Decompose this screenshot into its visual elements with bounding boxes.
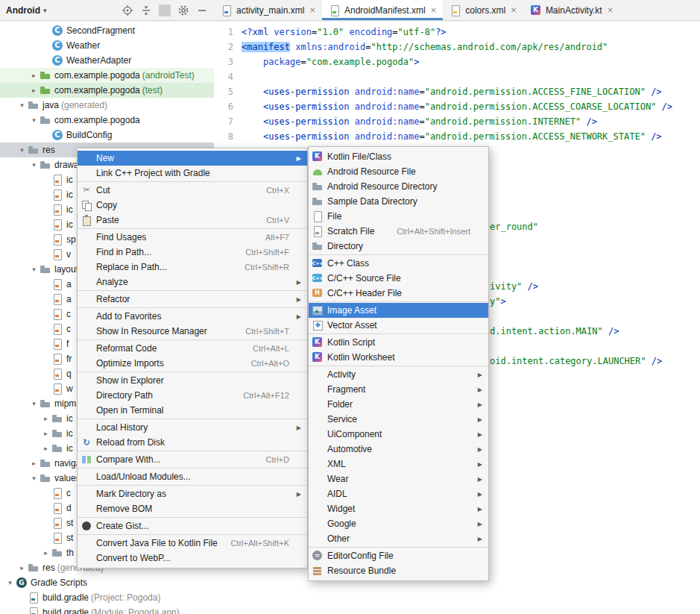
menu-item-resource-bundle[interactable]: Resource Bundle: [309, 563, 488, 578]
menu-item-c-c-source-file[interactable]: C/C++ Source File: [309, 271, 488, 286]
tree-open-arrow-icon[interactable]: ▾: [28, 474, 40, 482]
locate-icon[interactable]: [122, 4, 133, 16]
tree-item-secondfragment[interactable]: SecondFragment: [0, 23, 214, 38]
menu-item-directory[interactable]: Directory: [309, 239, 488, 254]
menu-item-fragment[interactable]: Fragment▶: [309, 382, 488, 397]
menu-item-xml[interactable]: XML▶: [309, 457, 488, 472]
menu-item-c-c-header-file[interactable]: C/C++ Header File: [309, 286, 488, 301]
menu-item-c-class[interactable]: C++ Class: [309, 256, 488, 271]
menu-item-activity[interactable]: Activity▶: [309, 367, 488, 382]
collapse-all-icon[interactable]: [140, 4, 152, 16]
project-view-selector[interactable]: Android: [6, 5, 40, 16]
menu-item-copy[interactable]: Copy: [78, 198, 307, 213]
tab-close-icon[interactable]: ×: [608, 5, 614, 15]
tree-open-arrow-icon[interactable]: ▾: [28, 400, 40, 407]
xml-file-icon: [51, 502, 63, 514]
menu-item-refactor[interactable]: Refactor▶: [78, 292, 307, 307]
menu-item-reformat-code[interactable]: Reformat CodeCtrl+Alt+L: [78, 341, 307, 356]
menu-item-replace-in-path[interactable]: Replace in Path...Ctrl+Shift+R: [78, 260, 307, 275]
menu-icon-spacer: [312, 503, 324, 515]
hide-panel-icon[interactable]: [196, 4, 208, 16]
menu-item-android-resource-directory[interactable]: Android Resource Directory: [309, 179, 488, 194]
tree-item-gradle-scripts[interactable]: ▾Gradle Scripts: [0, 575, 214, 590]
tree-open-arrow-icon[interactable]: ▾: [28, 266, 40, 273]
tree-closed-arrow-icon[interactable]: ▸: [40, 430, 51, 437]
menu-item-convert-java-file-to-kotlin-file[interactable]: Convert Java File to Kotlin FileCtrl+Alt…: [78, 536, 307, 551]
menu-item-remove-bom[interactable]: Remove BOM: [78, 501, 307, 516]
tab-close-icon[interactable]: ×: [309, 5, 315, 15]
menu-item-kotlin-script[interactable]: Kotlin Script: [309, 335, 488, 350]
menu-item-wear[interactable]: Wear▶: [309, 472, 488, 486]
menu-item-directory-path[interactable]: Directory PathCtrl+Alt+F12: [78, 388, 307, 403]
menu-item-kotlin-file-class[interactable]: Kotlin File/Class: [309, 149, 488, 164]
tree-item-weather[interactable]: Weather: [0, 38, 214, 53]
tree-closed-arrow-icon[interactable]: ▸: [28, 460, 40, 467]
menu-item-android-resource-file[interactable]: Android Resource File: [309, 164, 488, 179]
menu-item-show-in-resource-manager[interactable]: Show In Resource ManagerCtrl+Shift+T: [78, 324, 307, 339]
menu-item-analyze[interactable]: Analyze▶: [78, 275, 307, 289]
menu-item-local-history[interactable]: Local History▶: [78, 420, 307, 435]
code-fragment: er_round": [490, 219, 538, 234]
tree-closed-arrow-icon[interactable]: ▸: [40, 445, 51, 452]
menu-item-uicomponent[interactable]: UiComponent▶: [309, 427, 488, 442]
menu-item-scratch-file[interactable]: Scratch FileCtrl+Alt+Shift+Insert: [309, 224, 488, 239]
menu-icon-spacer: [312, 518, 324, 530]
menu-item-vector-asset[interactable]: Vector Asset: [309, 318, 488, 333]
menu-item-paste[interactable]: PasteCtrl+V: [78, 213, 307, 228]
tree-item-com-example-pogoda-androidtest[interactable]: ▸com.example.pogoda (androidTest): [0, 68, 214, 83]
tab-activity-main-xml[interactable]: activity_main.xml×: [214, 0, 322, 20]
menu-item-create-gist[interactable]: Create Gist...: [78, 519, 307, 533]
settings-gear-icon[interactable]: [177, 4, 189, 16]
tab-close-icon[interactable]: ×: [511, 5, 517, 15]
menu-item-automotive[interactable]: Automotive▶: [309, 442, 488, 457]
menu-icon-spacer: [81, 404, 92, 416]
tree-closed-arrow-icon[interactable]: ▸: [40, 415, 51, 422]
tree-open-arrow-icon[interactable]: ▾: [4, 579, 16, 586]
tree-closed-arrow-icon[interactable]: ▸: [28, 87, 40, 94]
menu-item-open-in-terminal[interactable]: Open in Terminal: [78, 403, 307, 418]
tree-open-arrow-icon[interactable]: ▾: [16, 101, 28, 109]
tree-item-com-example-pogoda-test[interactable]: ▸com.example.pogoda (test): [0, 83, 214, 98]
tree-open-arrow-icon[interactable]: ▾: [16, 146, 28, 154]
menu-item-image-asset[interactable]: Image Asset: [309, 303, 488, 318]
tab-androidmanifest-xml[interactable]: AndroidManifest.xml×: [322, 0, 443, 20]
menu-item-new[interactable]: New▶: [78, 151, 307, 166]
menu-item-sample-data-directory[interactable]: Sample Data Directory: [309, 194, 488, 209]
tree-item-weatheradapter[interactable]: WeatherAdapter: [0, 53, 214, 68]
menu-item-cut[interactable]: CutCtrl+X: [78, 183, 307, 198]
menu-item-widget[interactable]: Widget▶: [309, 501, 488, 516]
menu-item-file[interactable]: File: [309, 209, 488, 224]
tree-item-java-generated[interactable]: ▾java (generated): [0, 98, 214, 113]
menu-item-google[interactable]: Google▶: [309, 516, 488, 531]
menu-item-find-in-path[interactable]: Find in Path...Ctrl+Shift+F: [78, 245, 307, 260]
menu-item-show-in-explorer[interactable]: Show in Explorer: [78, 373, 307, 388]
menu-item-kotlin-worksheet[interactable]: Kotlin Worksheet: [309, 350, 488, 365]
menu-item-mark-directory-as[interactable]: Mark Directory as▶: [78, 486, 307, 501]
menu-item-link-c-project-with-gradle[interactable]: Link C++ Project with Gradle: [78, 166, 307, 181]
tree-closed-arrow-icon[interactable]: ▸: [16, 564, 28, 571]
tree-closed-arrow-icon[interactable]: ▸: [28, 72, 40, 79]
tree-item-buildconfig[interactable]: BuildConfig: [0, 128, 214, 142]
tree-item-com-example-pogoda[interactable]: ▾com.example.pogoda: [0, 113, 214, 128]
menu-item-aidl[interactable]: AIDL▶: [309, 486, 488, 501]
menu-item-compare-with[interactable]: Compare With...Ctrl+D: [78, 452, 307, 467]
menu-item-optimize-imports[interactable]: Optimize ImportsCtrl+Alt+O: [78, 356, 307, 371]
tree-item-build-gradle-project-pogoda[interactable]: build.gradle (Project: Pogoda): [0, 590, 214, 605]
menu-item-load-unload-modules[interactable]: Load/Unload Modules...: [78, 469, 307, 484]
menu-item-convert-to-webp[interactable]: Convert to WebP...: [78, 551, 307, 566]
tab-mainactivity-kt[interactable]: MainActivity.kt×: [523, 0, 619, 20]
menu-item-editorconfig-file[interactable]: EditorConfig File: [309, 548, 488, 563]
menu-item-service[interactable]: Service▶: [309, 412, 488, 427]
menu-item-other[interactable]: Other▶: [309, 531, 488, 546]
menu-item-folder[interactable]: Folder▶: [309, 397, 488, 412]
tree-closed-arrow-icon[interactable]: ▸: [40, 549, 51, 557]
tab-close-icon[interactable]: ×: [431, 5, 437, 15]
menu-item-find-usages[interactable]: Find UsagesAlt+F7: [78, 230, 307, 245]
menu-separator: [78, 307, 307, 308]
menu-item-reload-from-disk[interactable]: Reload from Disk: [78, 435, 307, 450]
tree-open-arrow-icon[interactable]: ▾: [28, 161, 40, 169]
tree-item-build-gradle-module-pogoda-app[interactable]: build.gradle (Module: Pogoda.app): [0, 605, 214, 614]
tree-open-arrow-icon[interactable]: ▾: [28, 116, 40, 124]
menu-item-add-to-favorites[interactable]: Add to Favorites▶: [78, 309, 307, 324]
tab-colors-xml[interactable]: colors.xml×: [443, 0, 523, 20]
